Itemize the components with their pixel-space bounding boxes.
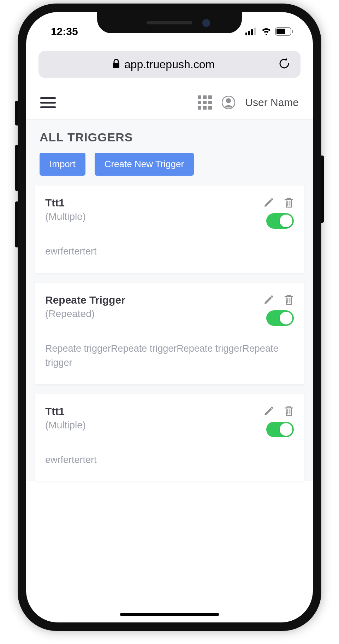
card-actions: [263, 197, 294, 229]
card-title-block: Ttt1 (Multiple): [45, 197, 263, 222]
url-container: app.truepush.com: [48, 58, 279, 71]
svg-rect-5: [276, 29, 285, 34]
svg-rect-0: [245, 33, 247, 35]
phone-volume-up: [15, 145, 18, 191]
card-title-block: Repeate Trigger (Repeated): [45, 294, 263, 320]
username-label[interactable]: User Name: [245, 96, 299, 109]
cellular-signal-icon: [245, 28, 257, 35]
apps-grid-icon[interactable]: [198, 95, 212, 110]
trigger-description: ewrfertertert: [45, 453, 294, 467]
browser-address-bar[interactable]: app.truepush.com: [38, 51, 301, 78]
phone-power-button: [321, 156, 324, 223]
phone-volume-down: [15, 201, 18, 247]
trigger-card: Ttt1 (Multiple): [35, 186, 304, 273]
card-icons: [263, 294, 294, 305]
delete-icon[interactable]: [284, 405, 294, 417]
delete-icon[interactable]: [284, 197, 294, 208]
trigger-title: Ttt1: [45, 405, 263, 417]
delete-icon[interactable]: [284, 294, 294, 305]
trigger-type: (Multiple): [45, 420, 263, 431]
card-icons: [263, 405, 294, 417]
trigger-description: Repeate triggerRepeate triggerRepeate tr…: [45, 341, 294, 370]
header-right: User Name: [198, 95, 299, 110]
enable-toggle[interactable]: [266, 310, 294, 326]
trigger-title: Repeate Trigger: [45, 294, 263, 306]
app-area: User Name ALL TRIGGERS Import Create New…: [26, 86, 313, 481]
svg-rect-1: [248, 31, 250, 35]
trigger-card: Repeate Trigger (Repeated): [35, 283, 304, 384]
phone-mute-switch: [15, 101, 18, 125]
trigger-type: (Multiple): [45, 211, 263, 222]
lock-icon: [112, 59, 120, 70]
refresh-icon[interactable]: [279, 57, 291, 71]
battery-icon: [275, 27, 293, 36]
home-indicator[interactable]: [120, 613, 219, 616]
card-icons: [263, 197, 294, 208]
app-header: User Name: [26, 86, 313, 120]
user-avatar-icon[interactable]: [222, 96, 235, 109]
create-new-trigger-button[interactable]: Create New Trigger: [95, 153, 194, 176]
card-header: Ttt1 (Multiple): [45, 405, 294, 437]
phone-notch: [97, 12, 242, 33]
edit-icon[interactable]: [263, 406, 274, 416]
edit-icon[interactable]: [263, 294, 274, 305]
svg-rect-6: [292, 30, 293, 33]
page-title: ALL TRIGGERS: [29, 120, 310, 153]
page-content: ALL TRIGGERS Import Create New Trigger T…: [26, 120, 313, 481]
import-button[interactable]: Import: [40, 153, 85, 176]
card-title-block: Ttt1 (Multiple): [45, 405, 263, 431]
hamburger-menu-icon[interactable]: [40, 97, 56, 108]
card-header: Ttt1 (Multiple): [45, 197, 294, 229]
enable-toggle[interactable]: [266, 213, 294, 229]
svg-rect-7: [113, 63, 119, 68]
svg-point-9: [226, 98, 231, 103]
url-text: app.truepush.com: [124, 58, 215, 71]
svg-rect-3: [254, 28, 256, 35]
phone-screen: 12:35: [26, 12, 313, 622]
status-icons: [245, 27, 293, 36]
front-camera: [202, 19, 210, 27]
status-time: 12:35: [51, 25, 78, 37]
wifi-icon: [261, 28, 272, 35]
action-buttons: Import Create New Trigger: [29, 153, 310, 186]
card-header: Repeate Trigger (Repeated): [45, 294, 294, 326]
trigger-title: Ttt1: [45, 197, 263, 209]
trigger-card: Ttt1 (Multiple): [35, 394, 304, 481]
enable-toggle[interactable]: [266, 422, 294, 437]
svg-rect-2: [251, 29, 253, 35]
card-actions: [263, 405, 294, 437]
card-actions: [263, 294, 294, 326]
edit-icon[interactable]: [263, 197, 274, 208]
trigger-description: ewrfertertert: [45, 244, 294, 259]
trigger-type: (Repeated): [45, 308, 263, 320]
phone-frame: 12:35: [18, 4, 321, 631]
